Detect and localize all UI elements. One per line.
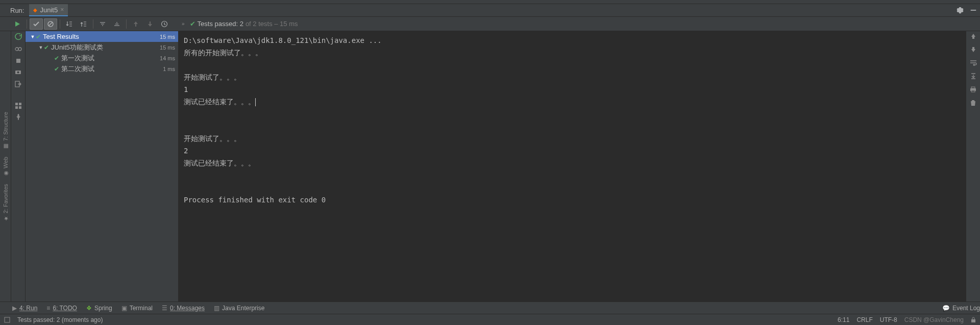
- rerun-icon[interactable]: [15, 33, 22, 40]
- svg-rect-0: [971, 10, 976, 11]
- todo-icon: ≡: [46, 305, 50, 312]
- structure-toolwindow-button[interactable]: ▦7: Structure: [2, 112, 9, 150]
- layout-icon[interactable]: [15, 103, 21, 109]
- caret-position[interactable]: 6:11: [838, 316, 849, 323]
- lock-icon[interactable]: [971, 317, 976, 323]
- soft-wrap-icon[interactable]: [970, 60, 977, 66]
- tree-test-time: 1 ms: [163, 66, 175, 72]
- sort-alpha-button[interactable]: [63, 18, 76, 30]
- tab-java-ee[interactable]: ▥Java Enterprise: [214, 305, 264, 312]
- spring-icon: ❖: [86, 305, 92, 312]
- svg-rect-11: [15, 106, 18, 109]
- scroll-to-end-icon[interactable]: [970, 73, 976, 79]
- svg-rect-16: [5, 317, 10, 322]
- separator: [93, 19, 93, 29]
- down-arrow-icon[interactable]: [970, 47, 976, 53]
- main-area: ▦7: Structure ◉Web ★2: Favorites ▼ ✔ Tes…: [0, 31, 980, 301]
- run-toolbar: » ✔ Tests passed: 2 of 2 tests – 15 ms: [0, 17, 980, 31]
- separator: [126, 19, 127, 29]
- status-message: Tests passed: 2 (moments ago): [17, 316, 103, 323]
- tab-messages[interactable]: ☰0: Messages: [162, 305, 205, 312]
- sort-duration-button[interactable]: [77, 18, 90, 30]
- tree-test-row[interactable]: ✔ 第一次测试 14 ms: [26, 53, 178, 63]
- web-toolwindow-button[interactable]: ◉Web: [2, 157, 9, 177]
- collapse-all-button[interactable]: [110, 18, 124, 30]
- line-separator[interactable]: CRLF: [856, 316, 872, 323]
- java-class-icon: ◆: [33, 7, 37, 13]
- tree-test-label: 第一次测试: [61, 54, 160, 63]
- tab-terminal[interactable]: ▣Terminal: [121, 305, 153, 312]
- minimize-icon[interactable]: [967, 7, 980, 14]
- svg-rect-17: [971, 319, 975, 322]
- svg-rect-10: [19, 103, 21, 105]
- chevron-right-icon: »: [182, 21, 185, 27]
- tab-todo[interactable]: ≡6: TODO: [46, 305, 77, 312]
- chevron-down-icon[interactable]: ▼: [30, 34, 36, 39]
- tree-test-label: 第二次测试: [61, 64, 163, 74]
- console-side-actions: [966, 31, 980, 301]
- clear-icon[interactable]: [970, 100, 976, 106]
- svg-rect-9: [15, 103, 18, 105]
- tree-test-row[interactable]: ✔ 第二次测试 1 ms: [26, 63, 178, 74]
- top-gap: [0, 0, 980, 4]
- pin-icon[interactable]: [15, 114, 21, 120]
- tab-event-log[interactable]: 💬Event Log: [942, 305, 980, 312]
- pass-icon: ✔: [54, 55, 59, 62]
- watermark: CSDN @GavinCheng: [904, 316, 964, 323]
- messages-icon: ☰: [162, 305, 167, 312]
- left-toolwindow-strip: ▦7: Structure ◉Web ★2: Favorites: [0, 31, 11, 301]
- svg-rect-15: [971, 90, 975, 92]
- chevron-down-icon[interactable]: ▼: [38, 45, 44, 50]
- run-label: Run:: [0, 7, 29, 14]
- separator: [60, 19, 60, 29]
- tree-class-time: 15 ms: [160, 44, 175, 51]
- toggle-break-icon[interactable]: [15, 45, 22, 53]
- tab-run[interactable]: ▶4: Run: [12, 305, 37, 312]
- run-side-actions: [11, 31, 26, 301]
- event-log-icon: 💬: [942, 305, 950, 312]
- expand-all-button[interactable]: [96, 18, 109, 30]
- summary-passed: Tests passed: 2: [198, 20, 243, 28]
- svg-point-7: [17, 72, 19, 74]
- svg-point-4: [18, 48, 21, 51]
- exit-icon[interactable]: [15, 81, 21, 87]
- settings-icon[interactable]: [953, 7, 967, 14]
- svg-point-3: [15, 48, 18, 51]
- stop-icon[interactable]: [15, 58, 21, 64]
- tree-class-row[interactable]: ▼ ✔ JUnit5功能测试类 15 ms: [26, 42, 178, 53]
- show-ignored-button[interactable]: [44, 18, 57, 30]
- tab-spring[interactable]: ❖Spring: [86, 305, 112, 312]
- test-history-button[interactable]: [158, 18, 171, 30]
- terminal-icon: ▣: [121, 305, 127, 312]
- run-icon: ▶: [12, 305, 17, 312]
- pass-icon: ✔: [36, 33, 41, 40]
- pass-icon: ✔: [54, 65, 59, 73]
- file-encoding[interactable]: UTF-8: [880, 316, 897, 323]
- close-icon[interactable]: ×: [60, 6, 64, 13]
- summary-total: of 2 tests – 15 ms: [246, 20, 298, 28]
- dump-icon[interactable]: [15, 69, 21, 76]
- print-icon[interactable]: [970, 86, 976, 92]
- tree-root-time: 15 ms: [160, 34, 175, 40]
- check-icon: ✔: [190, 20, 195, 28]
- run-tab-junit5[interactable]: ◆ Junit5 ×: [29, 4, 68, 16]
- pass-icon: ✔: [44, 44, 49, 51]
- tree-root-row[interactable]: ▼ ✔ Test Results 15 ms: [26, 31, 178, 42]
- run-toolwindow-header: Run: ◆ Junit5 ×: [0, 4, 980, 17]
- tree-class-label: JUnit5功能测试类: [51, 43, 160, 52]
- tests-summary: » ✔ Tests passed: 2 of 2 tests – 15 ms: [182, 20, 298, 28]
- tree-test-time: 14 ms: [160, 55, 175, 61]
- svg-rect-5: [16, 59, 20, 63]
- test-tree-panel[interactable]: ▼ ✔ Test Results 15 ms ▼ ✔ JUnit5功能测试类 1…: [26, 31, 179, 301]
- favorites-toolwindow-button[interactable]: ★2: Favorites: [2, 184, 9, 222]
- run-tab-label: Junit5: [40, 6, 58, 14]
- next-failed-button: [143, 18, 157, 30]
- show-passed-button[interactable]: [30, 18, 43, 30]
- prev-failed-button: [129, 18, 142, 30]
- up-arrow-icon[interactable]: [970, 33, 976, 39]
- status-icon: [4, 317, 10, 323]
- console-output[interactable]: D:\software\Java\jdk1.8.0_121\bin\java.e…: [179, 31, 966, 301]
- svg-rect-14: [971, 87, 975, 88]
- java-ee-icon: ▥: [214, 305, 219, 312]
- rerun-button[interactable]: [11, 18, 24, 30]
